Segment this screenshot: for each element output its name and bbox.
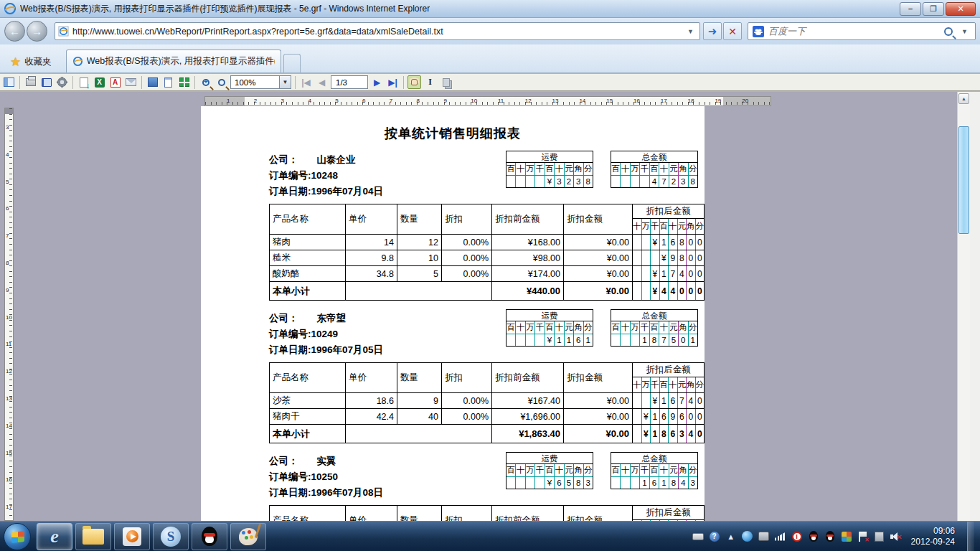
back-button[interactable]: ← [4, 21, 25, 42]
zoom-dropdown-icon[interactable]: ▼ [279, 76, 291, 88]
digit-value-row: ¥6583 [507, 476, 593, 489]
print-preview-button[interactable] [39, 75, 53, 89]
scroll-up-icon[interactable]: ▲ [958, 93, 969, 104]
digit-header-row: 百十万千百十元角分 [611, 163, 697, 175]
keyboard-icon[interactable] [692, 531, 704, 542]
taskbar: e S ? ▲ I ✕ 09:06 2012-09-24 [0, 521, 980, 551]
pan-tool-button[interactable] [407, 75, 421, 89]
digit-cell: 百 [659, 219, 669, 234]
zoom-in-button[interactable] [199, 75, 212, 89]
qq-tray-icon-2[interactable] [824, 531, 836, 542]
sogou-ball-icon[interactable] [742, 531, 753, 542]
digit-cell: 1 [564, 334, 573, 346]
ruler-number: 12 [525, 98, 532, 104]
last-page-button[interactable]: ▶| [386, 75, 400, 89]
zoom-select[interactable]: 100%▼ [230, 75, 291, 89]
digit-value-row: 161843 [611, 476, 697, 489]
digit-cell: 千 [639, 464, 649, 476]
single-page-button[interactable] [161, 75, 175, 89]
search-box[interactable]: 百度一下 ▼ [748, 22, 976, 40]
company-value: 山泰企业 [317, 152, 356, 168]
taskbar-explorer-button[interactable] [75, 523, 111, 550]
digit-cell: 千 [534, 163, 544, 175]
forward-button[interactable]: → [27, 21, 47, 42]
stop-button[interactable]: ✕ [723, 22, 742, 40]
toc-panel-button[interactable] [2, 75, 16, 89]
security-app-icon[interactable]: I [791, 531, 803, 542]
export-pdf-button[interactable]: A [108, 75, 122, 89]
digit-cell: 0 [695, 282, 705, 300]
company-label: 公司： [269, 311, 298, 326]
tab-active[interactable]: Web报表(B/S报表)演示, 用报表打印显示器插件(... [66, 50, 281, 72]
taskbar-media-player-button[interactable] [114, 523, 150, 550]
address-bar[interactable]: http://www.tuowei.cn/WebReport/PrintRepo… [55, 22, 700, 40]
report-viewport[interactable]: 1234567891011121314151617181920 34567891… [0, 92, 980, 521]
digit-cell: 百 [649, 464, 659, 476]
restore-button[interactable]: ❐ [923, 2, 944, 16]
digit-cell [525, 334, 534, 346]
next-page-button[interactable]: ▶ [370, 75, 384, 89]
page-number-input[interactable]: 1/3 [331, 75, 368, 89]
multi-page-button[interactable] [177, 75, 191, 89]
table-head: 产品名称单价数量折扣折扣前金额折扣金额折扣后金额十万千百十元角分 [270, 506, 705, 522]
network-signal-icon[interactable] [775, 531, 786, 542]
help-icon[interactable]: ? [709, 531, 720, 542]
discount-amount-cell: ¥0.00 [564, 250, 633, 266]
taskbar-paint-button[interactable] [230, 523, 266, 550]
clock-date: 2012-09-24 [911, 537, 955, 547]
digit-cell: 1 [639, 477, 649, 489]
digit-cell: 8 [583, 176, 593, 187]
qq-tray-icon[interactable] [808, 531, 819, 542]
windows-update-icon[interactable] [841, 531, 852, 542]
text-select-tool-button[interactable]: I [423, 75, 437, 89]
search-icon[interactable] [944, 27, 953, 36]
digit-value-row: ¥3238 [507, 175, 593, 187]
taskbar-ie-button[interactable]: e [37, 523, 72, 550]
new-tab-stub[interactable] [283, 54, 301, 72]
subtotal-row: 本单小计¥440.00¥0.00¥44000 [270, 282, 705, 301]
export-excel-button[interactable]: X [93, 75, 106, 89]
vertical-scrollbar[interactable]: ▲ [957, 92, 970, 521]
show-desktop-button[interactable] [967, 522, 974, 551]
start-button[interactable] [4, 523, 31, 550]
print-button[interactable] [24, 75, 37, 89]
digit-cell: 百 [507, 321, 515, 334]
action-center-flag-icon[interactable] [857, 531, 869, 542]
digit-cell [633, 235, 641, 250]
column-header: 折扣金额 [564, 506, 633, 522]
export-button[interactable] [77, 75, 90, 89]
prev-page-button[interactable]: ◀ [315, 75, 329, 89]
after-discount-cell: ¥16740 [633, 393, 705, 409]
taskbar-qq-button[interactable] [192, 523, 227, 550]
tray-expand-icon[interactable]: ▲ [725, 531, 737, 542]
favorites-button[interactable]: ★ 收藏夹 [3, 51, 59, 72]
volume-muted-icon[interactable]: ✕ [890, 531, 902, 542]
page-setup-button[interactable] [146, 75, 159, 89]
column-header: 折扣后金额 [633, 506, 705, 520]
first-page-button[interactable]: |◀ [299, 75, 313, 89]
digit-cell: 7 [659, 334, 668, 346]
zoom-out-button[interactable] [215, 75, 228, 89]
header-row: 产品名称单价数量折扣折扣前金额折扣金额折扣后金额 [270, 204, 705, 219]
taskbar-sogou-button[interactable]: S [153, 523, 189, 550]
print-settings-button[interactable] [55, 75, 69, 89]
address-dropdown-icon[interactable]: ▼ [684, 28, 697, 35]
scrollbar-thumb[interactable] [958, 126, 969, 234]
go-button[interactable]: ➜ [703, 22, 722, 40]
column-header: 折扣 [442, 363, 492, 393]
search-dropdown-icon[interactable]: ▼ [958, 28, 971, 35]
table-row: 沙茶18.690.00%¥167.40¥0.00¥16740 [270, 393, 705, 409]
mail-button[interactable] [124, 75, 138, 89]
ime-icon[interactable] [758, 531, 770, 542]
digit-cell: 1 [650, 425, 659, 443]
digit-cell [534, 176, 544, 187]
close-button[interactable]: ✕ [946, 2, 976, 16]
power-plug-icon[interactable] [874, 531, 885, 542]
digit-cell: ¥ [641, 425, 651, 443]
table-row: 糙米9.8100.00%¥98.00¥0.00¥9800 [270, 250, 705, 266]
copy-button[interactable] [439, 75, 453, 89]
digit-cell: 8 [573, 477, 583, 489]
taskbar-clock[interactable]: 09:06 2012-09-24 [907, 526, 962, 547]
minimize-button[interactable]: – [900, 2, 921, 16]
unit-price-cell: 42.4 [346, 409, 397, 425]
